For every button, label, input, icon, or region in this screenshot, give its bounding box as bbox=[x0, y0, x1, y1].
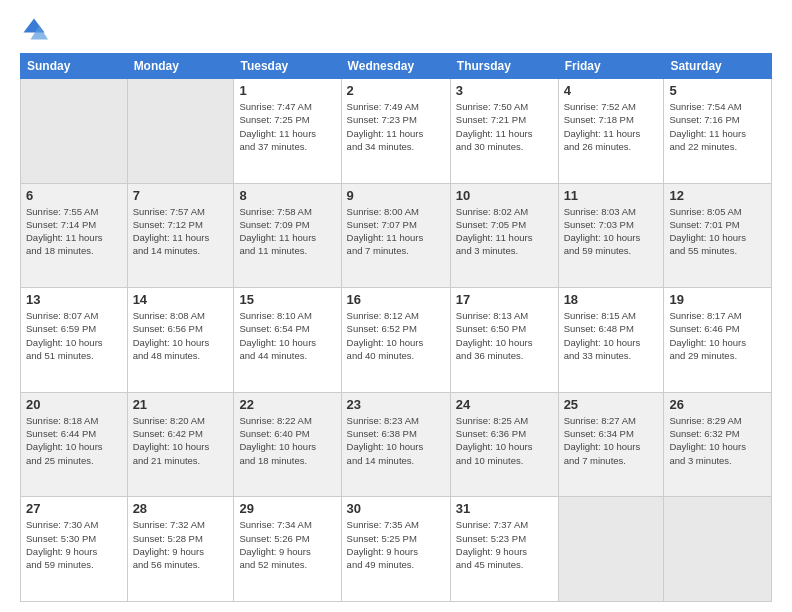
calendar-cell: 22Sunrise: 8:22 AM Sunset: 6:40 PM Dayli… bbox=[234, 392, 341, 497]
day-number: 1 bbox=[239, 83, 335, 98]
day-number: 6 bbox=[26, 188, 122, 203]
day-number: 9 bbox=[347, 188, 445, 203]
day-info: Sunrise: 7:55 AM Sunset: 7:14 PM Dayligh… bbox=[26, 205, 122, 258]
day-number: 19 bbox=[669, 292, 766, 307]
calendar-header: SundayMondayTuesdayWednesdayThursdayFrid… bbox=[21, 54, 772, 79]
day-info: Sunrise: 7:54 AM Sunset: 7:16 PM Dayligh… bbox=[669, 100, 766, 153]
calendar-cell: 2Sunrise: 7:49 AM Sunset: 7:23 PM Daylig… bbox=[341, 79, 450, 184]
day-info: Sunrise: 7:32 AM Sunset: 5:28 PM Dayligh… bbox=[133, 518, 229, 571]
logo-icon bbox=[20, 15, 48, 43]
calendar-cell: 27Sunrise: 7:30 AM Sunset: 5:30 PM Dayli… bbox=[21, 497, 128, 602]
day-info: Sunrise: 8:10 AM Sunset: 6:54 PM Dayligh… bbox=[239, 309, 335, 362]
day-number: 27 bbox=[26, 501, 122, 516]
calendar-cell: 24Sunrise: 8:25 AM Sunset: 6:36 PM Dayli… bbox=[450, 392, 558, 497]
day-info: Sunrise: 7:47 AM Sunset: 7:25 PM Dayligh… bbox=[239, 100, 335, 153]
day-info: Sunrise: 8:22 AM Sunset: 6:40 PM Dayligh… bbox=[239, 414, 335, 467]
day-number: 2 bbox=[347, 83, 445, 98]
calendar-cell: 25Sunrise: 8:27 AM Sunset: 6:34 PM Dayli… bbox=[558, 392, 664, 497]
day-number: 16 bbox=[347, 292, 445, 307]
day-number: 28 bbox=[133, 501, 229, 516]
calendar-cell bbox=[558, 497, 664, 602]
day-header-monday: Monday bbox=[127, 54, 234, 79]
calendar-cell: 26Sunrise: 8:29 AM Sunset: 6:32 PM Dayli… bbox=[664, 392, 772, 497]
day-info: Sunrise: 7:58 AM Sunset: 7:09 PM Dayligh… bbox=[239, 205, 335, 258]
week-row-3: 13Sunrise: 8:07 AM Sunset: 6:59 PM Dayli… bbox=[21, 288, 772, 393]
week-row-2: 6Sunrise: 7:55 AM Sunset: 7:14 PM Daylig… bbox=[21, 183, 772, 288]
calendar-cell: 9Sunrise: 8:00 AM Sunset: 7:07 PM Daylig… bbox=[341, 183, 450, 288]
day-header-thursday: Thursday bbox=[450, 54, 558, 79]
day-info: Sunrise: 8:02 AM Sunset: 7:05 PM Dayligh… bbox=[456, 205, 553, 258]
day-header-saturday: Saturday bbox=[664, 54, 772, 79]
calendar-cell: 3Sunrise: 7:50 AM Sunset: 7:21 PM Daylig… bbox=[450, 79, 558, 184]
day-header-sunday: Sunday bbox=[21, 54, 128, 79]
day-info: Sunrise: 8:03 AM Sunset: 7:03 PM Dayligh… bbox=[564, 205, 659, 258]
day-info: Sunrise: 8:13 AM Sunset: 6:50 PM Dayligh… bbox=[456, 309, 553, 362]
day-number: 12 bbox=[669, 188, 766, 203]
calendar-cell: 15Sunrise: 8:10 AM Sunset: 6:54 PM Dayli… bbox=[234, 288, 341, 393]
day-number: 20 bbox=[26, 397, 122, 412]
week-row-4: 20Sunrise: 8:18 AM Sunset: 6:44 PM Dayli… bbox=[21, 392, 772, 497]
day-number: 29 bbox=[239, 501, 335, 516]
day-number: 4 bbox=[564, 83, 659, 98]
calendar-cell: 6Sunrise: 7:55 AM Sunset: 7:14 PM Daylig… bbox=[21, 183, 128, 288]
week-row-5: 27Sunrise: 7:30 AM Sunset: 5:30 PM Dayli… bbox=[21, 497, 772, 602]
day-number: 8 bbox=[239, 188, 335, 203]
calendar-cell bbox=[664, 497, 772, 602]
header bbox=[20, 15, 772, 43]
day-number: 18 bbox=[564, 292, 659, 307]
day-number: 3 bbox=[456, 83, 553, 98]
day-number: 21 bbox=[133, 397, 229, 412]
day-info: Sunrise: 7:49 AM Sunset: 7:23 PM Dayligh… bbox=[347, 100, 445, 153]
calendar-cell: 20Sunrise: 8:18 AM Sunset: 6:44 PM Dayli… bbox=[21, 392, 128, 497]
day-info: Sunrise: 7:37 AM Sunset: 5:23 PM Dayligh… bbox=[456, 518, 553, 571]
calendar-cell: 29Sunrise: 7:34 AM Sunset: 5:26 PM Dayli… bbox=[234, 497, 341, 602]
day-number: 5 bbox=[669, 83, 766, 98]
header-row: SundayMondayTuesdayWednesdayThursdayFrid… bbox=[21, 54, 772, 79]
day-info: Sunrise: 8:20 AM Sunset: 6:42 PM Dayligh… bbox=[133, 414, 229, 467]
day-info: Sunrise: 7:34 AM Sunset: 5:26 PM Dayligh… bbox=[239, 518, 335, 571]
day-info: Sunrise: 7:30 AM Sunset: 5:30 PM Dayligh… bbox=[26, 518, 122, 571]
calendar-cell bbox=[127, 79, 234, 184]
calendar-cell: 4Sunrise: 7:52 AM Sunset: 7:18 PM Daylig… bbox=[558, 79, 664, 184]
day-info: Sunrise: 8:07 AM Sunset: 6:59 PM Dayligh… bbox=[26, 309, 122, 362]
day-number: 26 bbox=[669, 397, 766, 412]
day-info: Sunrise: 7:50 AM Sunset: 7:21 PM Dayligh… bbox=[456, 100, 553, 153]
day-info: Sunrise: 8:12 AM Sunset: 6:52 PM Dayligh… bbox=[347, 309, 445, 362]
day-info: Sunrise: 8:00 AM Sunset: 7:07 PM Dayligh… bbox=[347, 205, 445, 258]
calendar-cell: 31Sunrise: 7:37 AM Sunset: 5:23 PM Dayli… bbox=[450, 497, 558, 602]
calendar-cell: 16Sunrise: 8:12 AM Sunset: 6:52 PM Dayli… bbox=[341, 288, 450, 393]
day-number: 14 bbox=[133, 292, 229, 307]
day-info: Sunrise: 7:35 AM Sunset: 5:25 PM Dayligh… bbox=[347, 518, 445, 571]
week-row-1: 1Sunrise: 7:47 AM Sunset: 7:25 PM Daylig… bbox=[21, 79, 772, 184]
day-number: 15 bbox=[239, 292, 335, 307]
day-number: 25 bbox=[564, 397, 659, 412]
calendar-cell: 8Sunrise: 7:58 AM Sunset: 7:09 PM Daylig… bbox=[234, 183, 341, 288]
day-number: 30 bbox=[347, 501, 445, 516]
day-info: Sunrise: 8:18 AM Sunset: 6:44 PM Dayligh… bbox=[26, 414, 122, 467]
calendar-cell: 7Sunrise: 7:57 AM Sunset: 7:12 PM Daylig… bbox=[127, 183, 234, 288]
day-info: Sunrise: 8:15 AM Sunset: 6:48 PM Dayligh… bbox=[564, 309, 659, 362]
calendar-cell: 21Sunrise: 8:20 AM Sunset: 6:42 PM Dayli… bbox=[127, 392, 234, 497]
calendar-cell: 13Sunrise: 8:07 AM Sunset: 6:59 PM Dayli… bbox=[21, 288, 128, 393]
day-number: 13 bbox=[26, 292, 122, 307]
day-number: 31 bbox=[456, 501, 553, 516]
calendar-cell: 10Sunrise: 8:02 AM Sunset: 7:05 PM Dayli… bbox=[450, 183, 558, 288]
day-header-tuesday: Tuesday bbox=[234, 54, 341, 79]
day-info: Sunrise: 8:08 AM Sunset: 6:56 PM Dayligh… bbox=[133, 309, 229, 362]
calendar-cell bbox=[21, 79, 128, 184]
day-info: Sunrise: 8:29 AM Sunset: 6:32 PM Dayligh… bbox=[669, 414, 766, 467]
calendar-cell: 28Sunrise: 7:32 AM Sunset: 5:28 PM Dayli… bbox=[127, 497, 234, 602]
day-info: Sunrise: 7:52 AM Sunset: 7:18 PM Dayligh… bbox=[564, 100, 659, 153]
calendar-cell: 1Sunrise: 7:47 AM Sunset: 7:25 PM Daylig… bbox=[234, 79, 341, 184]
calendar-cell: 30Sunrise: 7:35 AM Sunset: 5:25 PM Dayli… bbox=[341, 497, 450, 602]
calendar-cell: 17Sunrise: 8:13 AM Sunset: 6:50 PM Dayli… bbox=[450, 288, 558, 393]
day-info: Sunrise: 8:17 AM Sunset: 6:46 PM Dayligh… bbox=[669, 309, 766, 362]
logo bbox=[20, 15, 52, 43]
day-info: Sunrise: 8:27 AM Sunset: 6:34 PM Dayligh… bbox=[564, 414, 659, 467]
calendar-cell: 11Sunrise: 8:03 AM Sunset: 7:03 PM Dayli… bbox=[558, 183, 664, 288]
calendar-table: SundayMondayTuesdayWednesdayThursdayFrid… bbox=[20, 53, 772, 602]
calendar-cell: 14Sunrise: 8:08 AM Sunset: 6:56 PM Dayli… bbox=[127, 288, 234, 393]
day-number: 22 bbox=[239, 397, 335, 412]
day-info: Sunrise: 8:05 AM Sunset: 7:01 PM Dayligh… bbox=[669, 205, 766, 258]
day-number: 17 bbox=[456, 292, 553, 307]
